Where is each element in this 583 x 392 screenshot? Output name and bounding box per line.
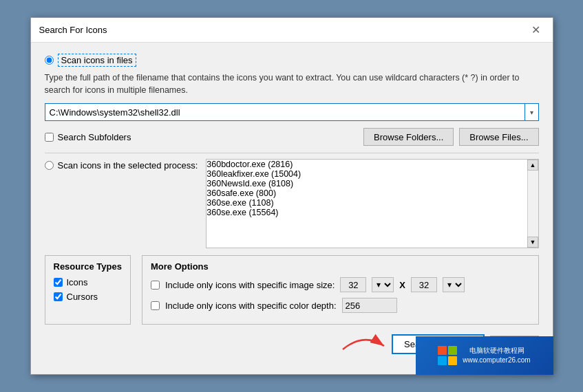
scan-files-radio[interactable] [45, 56, 54, 65]
browse-buttons: Browse Folders... Browse Files... [363, 128, 538, 146]
color-depth-input[interactable] [342, 298, 397, 313]
divider [45, 153, 539, 153]
list-item[interactable]: 360leakfixer.exe (15004) [206, 169, 527, 179]
more-options-group: More Options Include only icons with spe… [142, 255, 539, 325]
description-text: Type the full path of the filename that … [45, 72, 539, 96]
specific-size-row: Include only icons with specific image s… [151, 277, 530, 292]
windows-logo-icon [438, 346, 457, 365]
path-input[interactable] [45, 103, 525, 121]
site-badge: 电脑软硬件教程网www.computer26.com [416, 336, 553, 375]
scan-files-row: Scan icons in files [45, 54, 539, 67]
size-height-input[interactable] [411, 277, 437, 292]
list-item[interactable]: 360bdoctor.exe (2816) [206, 160, 527, 169]
subfolder-left: Search Subfolders [45, 132, 131, 142]
list-item[interactable]: 360se.exe (1108) [206, 198, 527, 208]
resource-types-group: Resource Types Icons Cursors [45, 255, 131, 325]
cursors-check-row: Cursors [54, 292, 122, 302]
bottom-section: Resource Types Icons Cursors More Option… [45, 255, 539, 325]
process-list-scrollbar[interactable]: ▲ ▼ [527, 160, 538, 248]
scroll-down-arrow[interactable]: ▼ [527, 237, 538, 248]
scan-process-row: Scan icons in the selected process: 360b… [45, 159, 539, 248]
browse-files-button[interactable]: Browse Files... [459, 128, 538, 146]
size-width-dropdown[interactable]: ▾ [372, 277, 394, 292]
search-subfolders-checkbox[interactable] [45, 133, 54, 142]
browse-folders-button[interactable]: Browse Folders... [363, 128, 454, 146]
specific-size-label: Include only icons with specific image s… [165, 280, 335, 290]
site-badge-text: 电脑软硬件教程网www.computer26.com [463, 346, 530, 365]
list-item[interactable]: 360safe.exe (800) [206, 188, 527, 198]
dialog: Search For Icons ✕ Scan icons in files T… [30, 17, 553, 375]
scan-process-radio[interactable] [45, 161, 54, 170]
specific-color-label: Include only icons with specific color d… [165, 301, 337, 311]
icons-label[interactable]: Icons [67, 277, 88, 287]
icons-checkbox[interactable] [54, 278, 63, 287]
arrow-indicator [336, 325, 391, 353]
more-options-title: More Options [151, 261, 530, 272]
size-width-input[interactable] [340, 277, 366, 292]
scan-process-label-group: Scan icons in the selected process: [45, 159, 198, 171]
path-dropdown-button[interactable]: ▾ [525, 103, 539, 121]
cursors-label[interactable]: Cursors [67, 292, 98, 302]
specific-size-checkbox[interactable] [151, 281, 160, 290]
x-label: X [399, 280, 405, 290]
process-list[interactable]: 360bdoctor.exe (2816) 360leakfixer.exe (… [206, 160, 527, 248]
icons-check-row: Icons [54, 277, 122, 287]
specific-color-row: Include only icons with specific color d… [151, 298, 530, 313]
resource-types-title: Resource Types [54, 261, 122, 272]
cursors-checkbox[interactable] [54, 292, 63, 301]
title-bar: Search For Icons ✕ [31, 18, 553, 43]
subfolder-row: Search Subfolders Browse Folders... Brow… [45, 128, 539, 146]
scan-files-label[interactable]: Scan icons in files [58, 54, 136, 67]
process-list-wrapper: 360bdoctor.exe (2816) 360leakfixer.exe (… [206, 159, 538, 248]
specific-color-checkbox[interactable] [151, 301, 160, 310]
close-button[interactable]: ✕ [527, 23, 544, 37]
scroll-up-arrow[interactable]: ▲ [527, 160, 538, 171]
size-height-dropdown[interactable]: ▾ [443, 277, 465, 292]
search-subfolders-label[interactable]: Search Subfolders [58, 132, 131, 142]
dialog-title: Search For Icons [39, 25, 107, 35]
path-row: ▾ [45, 103, 539, 121]
scan-process-label[interactable]: Scan icons in the selected process: [58, 160, 198, 171]
list-item[interactable]: 360NewsId.exe (8108) [206, 179, 527, 188]
list-item[interactable]: 360se.exe (15564) [206, 208, 527, 217]
